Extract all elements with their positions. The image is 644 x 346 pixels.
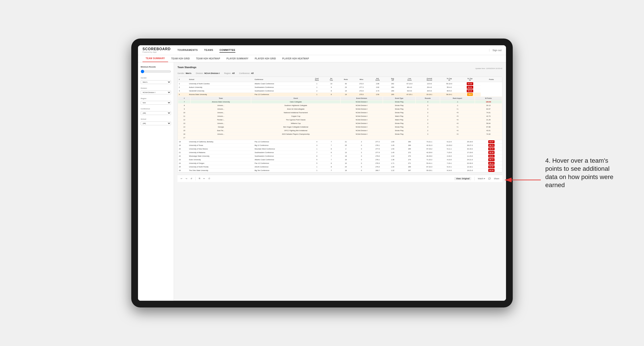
sidebar-gender: Gender Men's	[141, 77, 171, 84]
sub-nav-team-summary[interactable]: TEAM SUMMARY	[142, 55, 168, 62]
points-badge[interactable]: 83.07	[488, 140, 495, 143]
points-badge[interactable]: 93.31	[467, 86, 473, 89]
col-adj-score: Adj.Score	[369, 77, 386, 82]
top-nav: SCOREBOARD Powered by clippi TOURNAMENTS…	[138, 45, 506, 55]
col-no-tour: NoTour	[324, 77, 338, 82]
table-row: 19 University of Texas Big 12 Conference…	[178, 144, 502, 147]
table-row: 18 University of California, Berkeley Pa…	[178, 140, 502, 144]
sidebar-minimum-rounds: Minimum Rounds	[141, 66, 171, 74]
filter-gender: Gender: Men's	[178, 72, 192, 74]
filter-row: Gender: Men's Division: NCAA Division I …	[178, 72, 502, 74]
sub-nav-player-h2h-heatmap[interactable]: PLAYER H2H HEATMAP	[279, 55, 312, 62]
tooltip-row: 13 Univers... Williams Cup NCAA Division…	[178, 122, 502, 125]
table-row: 25 University of North Florida ASUN Conf…	[178, 165, 502, 169]
tooltip-inner-table: # Team Event Event Division Event Type R…	[178, 96, 502, 140]
undo-button[interactable]: ↩	[181, 177, 182, 180]
sub-nav-player-h2h-grid[interactable]: PLAYER H2H GRID	[252, 55, 279, 62]
update-time: Update time: 13/03/2024 10:03:42	[475, 66, 502, 70]
tooltip-row: 8 Univers... Southern Highlands Collegia…	[178, 104, 502, 107]
points-badge[interactable]: 88.22	[467, 89, 473, 92]
minimum-rounds-slider[interactable]	[141, 70, 171, 73]
points-badge[interactable]: 88.14	[488, 162, 495, 165]
tooltip-row: 7 Arizona State University Cabo Collegia…	[178, 100, 502, 104]
sidebar-region: Region N/A	[141, 97, 171, 105]
tooltip-row: 12 Florida I... The Cypress Point Classi…	[178, 118, 502, 122]
gender-label: Gender	[141, 77, 171, 79]
nav-links: TOURNAMENTS TEAMS COMMITTEE	[178, 48, 489, 53]
table-row: 21 University of Alabama Southeastern Co…	[178, 151, 502, 154]
content-panel: Team Standings Update time: 13/03/2024 1…	[174, 62, 506, 301]
feedback-button[interactable]: 💬	[488, 177, 491, 180]
filter-conference: Conference: All	[239, 72, 254, 74]
sign-out-button[interactable]: Sign out	[489, 49, 502, 51]
clock-button[interactable]: ⏱	[208, 177, 210, 180]
filter-region: Region: All	[224, 72, 235, 74]
watch-button[interactable]: Watch ▾	[478, 177, 485, 180]
col-overall-record: OverallRecord	[420, 77, 439, 82]
copy-button[interactable]: ⧉	[199, 177, 200, 180]
app-subtitle: Powered by clippi	[142, 51, 171, 53]
sidebar-division: Division NCAA Division I	[141, 87, 171, 94]
table-row: 22 Mississippi State University Southeas…	[178, 154, 502, 158]
toolbar-divider-2	[474, 177, 474, 180]
tooltip-row: 17	[178, 136, 502, 139]
sub-nav-team-h2h-heatmap[interactable]: TEAM H2H HEATMAP	[193, 55, 223, 62]
school-label: School	[141, 118, 171, 120]
minimum-rounds-label: Minimum Rounds	[141, 66, 171, 68]
tooltip-row: 14 Georgia Ben Hogan Collegiate Invitati…	[178, 126, 502, 129]
points-badge[interactable]: 80.94	[488, 169, 495, 172]
share-button[interactable]: Share	[494, 177, 499, 180]
division-select[interactable]: NCAA Division I	[141, 91, 171, 94]
points-badge[interactable]: 83.89	[488, 165, 495, 168]
tooltip-row: 16 Univers... 2023 Sahalee Players Champ…	[178, 133, 502, 136]
col-low-score: LowScore	[400, 77, 420, 82]
annotation-area: 4. Hover over a team's points to see add…	[545, 157, 622, 189]
table-row: 24 University of Oregon Pac-12 Conferenc…	[178, 162, 502, 165]
col-rank: #	[178, 77, 188, 82]
table-row: 20 University of New Mexico Mountain Wes…	[178, 147, 502, 151]
table-row: 23 Duke University Atlantic Coast Confer…	[178, 158, 502, 162]
panel-left-info: Team Standings	[178, 66, 196, 69]
bottom-toolbar: ↩ ↪ ↺ ⧉ ✏ ⏱ View: Original Watch ▾ 💬 Sha…	[178, 175, 502, 182]
standings-table-box: # School Conference ConfRank NoTour Rnds…	[178, 77, 502, 173]
redo-button[interactable]: ↪	[186, 177, 187, 180]
tooltip-row: 9 Univers... Amer Ari Intercollegiate NC…	[178, 108, 502, 111]
school-select[interactable]: (All)	[141, 122, 171, 125]
annotation-text: 4. Hover over a team's points to see add…	[545, 157, 622, 189]
tooltip-row: 15 East Tei... OFCC Fighting Illini Invi…	[178, 129, 502, 132]
draw-button[interactable]: ✏	[203, 177, 205, 180]
view-label[interactable]: View: Original	[454, 177, 471, 180]
sidebar-school: School (All)	[141, 118, 171, 125]
col-points: Points	[481, 77, 502, 82]
table-row: 1 University of North Carolina Atlantic …	[178, 82, 502, 86]
table-row: 26 The Ohio State University Big Ten Con…	[178, 169, 502, 172]
col-conf-rank: ConfRank	[309, 77, 324, 82]
points-badge[interactable]: 88.71	[488, 158, 495, 161]
points-badge[interactable]: 83.81	[488, 155, 495, 158]
division-label: Division	[141, 87, 171, 89]
sub-nav-team-h2h-grid[interactable]: TEAM H2H GRID	[168, 55, 193, 62]
nav-tournaments[interactable]: TOURNAMENTS	[178, 48, 198, 53]
col-conference: Conference	[254, 77, 310, 82]
points-badge[interactable]: 88.70	[488, 144, 495, 147]
sub-nav-player-summary[interactable]: PLAYER SUMMARY	[223, 55, 252, 62]
table-row: 2 Auburn University Southeastern Confere…	[178, 86, 502, 89]
points-badge[interactable]: 97.02	[467, 82, 473, 85]
region-label: Region	[141, 97, 171, 100]
col-avg-sg: Avg.SG	[386, 77, 400, 82]
points-badge[interactable]: 88.48	[488, 151, 495, 154]
nav-teams[interactable]: TEAMS	[204, 48, 213, 53]
refresh-button[interactable]: ↺	[190, 177, 192, 180]
col-school: School	[188, 77, 253, 82]
points-badge[interactable]: 88.49	[488, 148, 495, 150]
nav-committee[interactable]: COMMITTEE	[220, 48, 236, 53]
panel-header: Team Standings Update time: 13/03/2024 1…	[178, 66, 502, 70]
logo-area: SCOREBOARD Powered by clippi	[142, 47, 171, 53]
conference-select[interactable]: (All)	[141, 111, 171, 115]
col-vs-top-25: Vs Top25	[439, 77, 459, 82]
gender-select[interactable]: Men's	[141, 80, 171, 84]
table-row: 3 Vanderbilt University Southeastern Con…	[178, 89, 502, 93]
points-badge-highlighted[interactable]: 79.5	[467, 93, 473, 96]
region-select[interactable]: N/A	[141, 101, 171, 105]
tooltip-expanded-row: # Team Event Event Division Event Type R…	[178, 96, 502, 140]
